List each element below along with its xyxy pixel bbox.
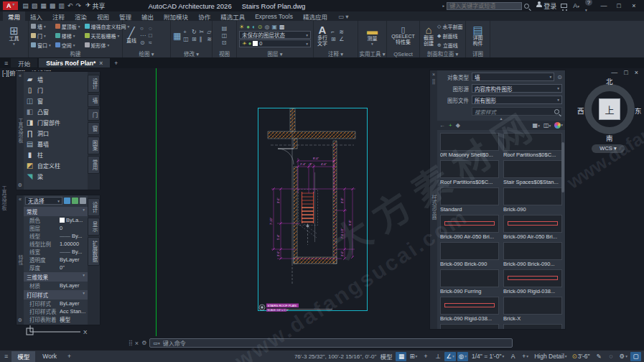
customize-icon[interactable]: ⚙ <box>141 340 146 346</box>
ribbon-tab-附加模块[interactable]: 附加模块 <box>159 11 193 22</box>
app-menu-button[interactable]: A▾ <box>3 1 18 10</box>
isolate-icon[interactable]: ◌ <box>606 352 617 361</box>
tab-document[interactable]: Stairs Roof Plan*× <box>39 58 110 68</box>
settings-icon[interactable]: ⊙ <box>557 74 562 80</box>
new-icon[interactable]: ▤ <box>21 2 30 9</box>
close-icon[interactable]: × <box>432 72 435 77</box>
autoscale-icon[interactable]: +▾ <box>520 352 531 361</box>
properties-tab-显示[interactable]: 显示 <box>88 218 100 236</box>
osnap-icon[interactable]: ◎▾ <box>457 352 468 361</box>
polar-icon[interactable]: ∠▾ <box>444 352 455 361</box>
layer-tool-icon[interactable]: ▣ <box>272 24 278 30</box>
share-button[interactable]: ✈共享 <box>85 1 106 11</box>
close-command-icon[interactable]: × <box>135 340 139 347</box>
layout-tab-Work[interactable]: Work <box>37 351 62 362</box>
section-item[interactable]: ◇水平剖面 <box>437 22 462 31</box>
palette-dock-strip[interactable]: 工具选项板 <box>0 111 7 284</box>
palette-item-wall[interactable]: ▰墙 <box>25 74 86 84</box>
style-item[interactable] <box>440 324 499 329</box>
view-tool-icon[interactable]: ⊡ <box>222 40 228 46</box>
close-button[interactable]: × <box>627 2 641 9</box>
help-search-input[interactable] <box>447 2 522 10</box>
vp-minimize-icon[interactable]: — <box>611 69 617 76</box>
layout-menu-icon[interactable]: ≡ <box>3 353 9 360</box>
layer-tool-icon[interactable]: ☀ <box>239 24 244 30</box>
gear-icon[interactable]: ⚙▾ <box>618 352 629 361</box>
model-space-button[interactable]: 模型 <box>378 352 393 361</box>
draw-tool-icon[interactable]: ≈ <box>149 40 154 46</box>
annotate-tool-icon[interactable]: ≋ <box>339 29 344 35</box>
maximize-button[interactable]: □ <box>612 2 626 9</box>
collapse-header-icon[interactable]: ▴ <box>440 116 562 121</box>
add-style-icon[interactable]: + <box>449 122 452 129</box>
property-value[interactable]: 0" <box>60 264 88 271</box>
save-as-icon[interactable]: ▩ <box>48 2 57 9</box>
ribbon-tab-输出[interactable]: 输出 <box>136 11 159 22</box>
ribbon-tab-协作[interactable]: 协作 <box>193 11 215 22</box>
left-wall[interactable] <box>294 167 297 264</box>
selection-dropdown[interactable]: 无选择▾ <box>25 197 62 205</box>
style-browser-titlebar[interactable]: ×⣿样式浏览器 <box>430 70 437 329</box>
plot-icon[interactable]: ▥ <box>57 2 66 9</box>
gear-icon[interactable]: ⚙ <box>18 182 22 188</box>
close-tab-icon[interactable]: × <box>99 60 103 67</box>
back-icon[interactable]: ← <box>439 122 445 129</box>
right-wall[interactable] <box>333 141 337 264</box>
section-item[interactable]: ◆剖面线 <box>437 32 462 40</box>
select-objects-icon[interactable] <box>72 198 78 204</box>
open-icon[interactable]: ▧ <box>30 2 39 9</box>
style-item[interactable]: Roof Partitions$0$C... <box>503 133 562 158</box>
palette-tab-常用[interactable]: 常用 <box>88 156 100 174</box>
detail-component-button[interactable]: ▤详图构件 <box>471 24 484 47</box>
vp-close-icon[interactable]: × <box>635 69 638 76</box>
tool-palette-titlebar[interactable]: «工具选项板⚙ <box>17 72 24 190</box>
style-item[interactable]: Brick-X <box>503 297 562 322</box>
pencil-icon[interactable]: ✎ <box>594 352 605 361</box>
style-filter-dropdown[interactable]: 所有图形▾ <box>472 96 562 104</box>
qselect-button[interactable]: ▯QSELECT特性集 <box>390 26 416 45</box>
drawing-canvas[interactable]: [-][俯视][二维线框] 工具选项板 .wall{fill:url(#hx);… <box>0 68 644 336</box>
modify-tool-icon[interactable]: ≋ <box>207 36 212 42</box>
style-item[interactable]: Brick-090 Brick-090... <box>503 242 562 267</box>
save-icon[interactable]: ▦ <box>39 2 48 9</box>
style-item[interactable]: Brick-090 Brick-090 <box>440 242 499 267</box>
property-value[interactable]: ByLayer <box>60 300 88 307</box>
draw-tool-icon[interactable]: ◌ <box>149 25 154 32</box>
search-expand-icon[interactable]: ▸ <box>442 4 444 8</box>
viewcube[interactable]: 上 北 东 南 西 <box>579 78 640 140</box>
clean-screen-icon[interactable]: ▢ <box>630 352 641 361</box>
section-create-button[interactable]: ⌂截面创建 <box>422 24 435 47</box>
style-item[interactable]: 0R Masonry Shell$0... <box>440 133 499 158</box>
line-button[interactable]: ╱直线 <box>125 27 138 44</box>
minimize-button[interactable]: — <box>597 2 611 9</box>
bottom-wall[interactable] <box>294 257 337 264</box>
modify-tool-icon[interactable]: ▱ <box>207 29 212 35</box>
style-item[interactable]: Standard <box>440 187 499 213</box>
style-item[interactable]: Brick-090 <box>503 187 562 213</box>
health-report-button[interactable]: A▾ <box>571 2 581 9</box>
ribbon-tab-精选应用[interactable]: 精选应用 <box>298 11 332 22</box>
quick-select-icon[interactable] <box>80 198 86 204</box>
layer-tool-icon[interactable]: ▩ <box>279 24 285 30</box>
palette-item-door[interactable]: ▯门 <box>25 85 86 95</box>
modify-tool-icon[interactable]: ∥ <box>200 36 205 42</box>
palette-tab-窗[interactable]: 窗 <box>88 122 100 135</box>
palette-tab-墙[interactable]: 墙 <box>88 94 100 107</box>
tab-start[interactable]: 开始 <box>11 58 37 68</box>
pick-add-icon[interactable] <box>64 198 70 204</box>
ribbon-tab-常用[interactable]: 常用 <box>3 11 25 22</box>
modify-tool-icon[interactable]: ↻ <box>192 29 197 35</box>
draw-tool-icon[interactable]: □ <box>149 32 154 39</box>
modify-tool-icon[interactable]: ⊞ <box>192 36 197 42</box>
annotate-tool-icon[interactable]: ⌐ <box>331 29 336 35</box>
layer-tool-icon[interactable]: ◐ <box>252 24 256 30</box>
vp-restore-icon[interactable]: □ <box>624 69 627 76</box>
annotation-visibility-icon[interactable]: A <box>508 352 518 361</box>
palette-tab-图案[interactable]: 图案 <box>88 136 100 154</box>
mtext-button[interactable]: A多行文字 <box>316 24 329 47</box>
ribbon-build-item[interactable]: 窗口▾ <box>31 41 51 50</box>
style-item[interactable]: Brick-090 Air-050 Bri... <box>503 215 562 240</box>
ribbon-tab-注释[interactable]: 注释 <box>47 11 70 22</box>
style-item[interactable]: Brick-090 Air-050 Bri... <box>440 215 499 240</box>
ribbon-build-item[interactable]: 墙▾ <box>31 22 51 31</box>
